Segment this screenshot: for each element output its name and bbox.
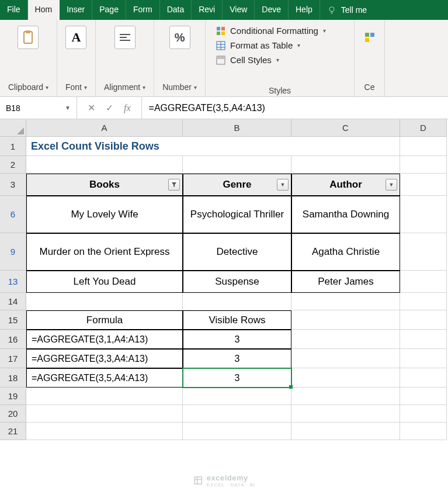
cell-styles-button[interactable]: Cell Styles▾ [216,53,326,67]
section-head-visible-rows[interactable]: Visible Rows [183,310,291,330]
table-header-author[interactable]: Author ▼ [291,174,400,196]
cell[interactable] [400,271,447,293]
formula-cell[interactable]: =AGGREGATE(3,5,A4:A13) [26,368,183,388]
filter-button-genre[interactable]: ▼ [277,179,289,191]
paste-button[interactable] [18,26,39,49]
cell[interactable] [26,156,183,174]
table-header-genre[interactable]: Genre ▼ [183,174,291,196]
cell[interactable] [291,330,400,349]
row-header[interactable]: 2 [0,156,26,174]
filter-button-books[interactable] [168,179,180,191]
row-header[interactable]: 17 [0,349,26,368]
title-cell[interactable]: Excel Count Visible Rows [26,137,400,156]
row-header[interactable]: 13 [0,271,26,293]
row-header[interactable]: 19 [0,388,26,405]
tab-file[interactable]: File [0,0,28,20]
cancel-formula-button[interactable]: ✕ [88,102,95,113]
cell[interactable] [400,368,447,388]
insert-function-button[interactable]: fx [124,103,131,113]
tab-data[interactable]: Data [160,0,192,20]
group-label-font[interactable]: Font [65,80,87,95]
formula-cell[interactable]: =AGGREGATE(3,3,A4:A13) [26,349,183,368]
conditional-formatting-button[interactable]: Conditional Formatting▾ [216,23,326,38]
cell[interactable] [400,310,447,330]
select-all-corner[interactable] [0,119,26,137]
col-header-b[interactable]: B [183,119,291,137]
cell[interactable] [291,310,400,330]
cell[interactable] [183,405,291,423]
row-header[interactable]: 6 [0,196,26,233]
row-header[interactable]: 14 [0,293,26,310]
cell[interactable] [183,388,291,405]
cell[interactable] [400,156,447,174]
table-cell[interactable]: Suspense [183,271,291,293]
alignment-button[interactable] [114,26,136,49]
tab-developer[interactable]: Deve [255,0,289,20]
cell[interactable] [26,423,183,440]
cell[interactable] [291,156,400,174]
section-head-formula[interactable]: Formula [26,310,183,330]
cell[interactable] [26,405,183,423]
cell[interactable] [400,388,447,405]
col-header-c[interactable]: C [291,119,400,137]
tab-insert[interactable]: Inser [60,0,92,20]
cell[interactable] [400,405,447,423]
tab-home[interactable]: Hom [28,0,60,20]
cell[interactable] [291,368,400,388]
table-cell[interactable]: Samantha Downing [291,196,400,233]
formula-cell[interactable]: =AGGREGATE(3,1,A4:A13) [26,330,183,349]
table-cell[interactable]: Detective [183,233,291,271]
table-cell[interactable]: Psychological Thriller [183,196,291,233]
cell[interactable] [400,137,447,156]
format-as-table-button[interactable]: Format as Table▾ [216,38,326,53]
cell[interactable] [400,330,447,349]
active-cell[interactable]: 3 [183,368,291,388]
formula-input[interactable] [142,97,448,119]
tab-review[interactable]: Revi [192,0,223,20]
row-header[interactable]: 16 [0,330,26,349]
table-cell[interactable]: Peter James [291,271,400,293]
result-cell[interactable]: 3 [183,349,291,368]
cell[interactable] [400,423,447,440]
table-cell[interactable]: My Lovely Wife [26,196,183,233]
table-header-books[interactable]: Books [26,174,183,196]
cell[interactable] [291,349,400,368]
row-header[interactable]: 21 [0,423,26,440]
cell[interactable] [400,174,447,196]
cell[interactable] [291,423,400,440]
row-header[interactable]: 9 [0,233,26,271]
cell[interactable] [183,293,291,310]
cell[interactable] [291,405,400,423]
cell[interactable] [400,349,447,368]
group-label-clipboard[interactable]: Clipboard [8,80,48,95]
result-cell[interactable]: 3 [183,330,291,349]
row-header[interactable]: 15 [0,310,26,330]
cell[interactable] [400,196,447,233]
tab-page-layout[interactable]: Page [92,0,126,20]
accept-formula-button[interactable]: ✓ [106,102,113,113]
cell[interactable] [183,423,291,440]
name-box[interactable]: B18 ▼ [0,97,77,119]
group-label-number[interactable]: Number [162,80,197,95]
tab-formulas[interactable]: Form [126,0,160,20]
tell-me-search[interactable]: Tell me [320,0,374,20]
font-button[interactable]: A [65,26,86,49]
filter-button-author[interactable]: ▼ [386,179,397,191]
cell[interactable] [26,293,183,310]
row-header[interactable]: 3 [0,174,26,196]
cell[interactable] [26,388,183,405]
row-header[interactable]: 18 [0,368,26,388]
cell[interactable] [400,233,447,271]
col-header-a[interactable]: A [26,119,183,137]
number-button[interactable]: % [169,26,190,49]
table-cell[interactable]: Agatha Christie [291,233,400,271]
row-header[interactable]: 20 [0,405,26,423]
table-cell[interactable]: Murder on the Orient Express [26,233,183,271]
group-label-alignment[interactable]: Alignment [104,80,145,95]
col-header-d[interactable]: D [400,119,447,137]
row-header[interactable]: 1 [0,137,26,156]
tab-help[interactable]: Help [289,0,320,20]
cell[interactable] [291,293,400,310]
tab-view[interactable]: View [223,0,255,20]
cell[interactable] [183,156,291,174]
